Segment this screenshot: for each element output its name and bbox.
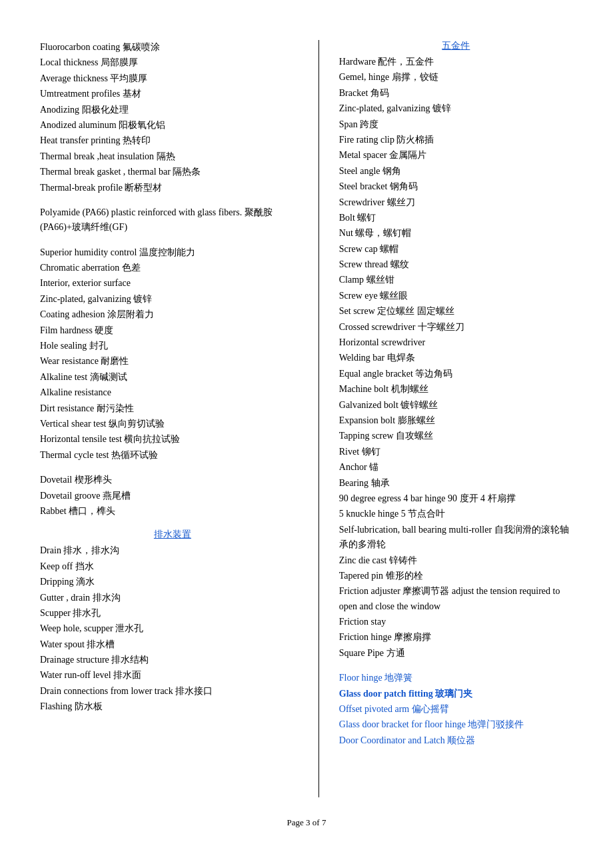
line-friction-adjuster: Friction adjuster 摩擦调节器 adjust the tensi… — [339, 584, 573, 614]
line-film-hardness: Film hardness 硬度 — [40, 323, 305, 338]
line-flashing: Flashing 防水板 — [40, 699, 305, 714]
line-metal-spacer: Metal spacer 金属隔片 — [339, 148, 573, 163]
line-thermal-break: Thermal break ,heat insulation 隔热 — [40, 149, 305, 164]
line-square-pipe: Square Pipe 方通 — [339, 646, 573, 661]
line-tapping-screw: Tapping screw 自攻螺丝 — [339, 429, 573, 443]
line-screw-cap: Screw cap 螺帽 — [339, 242, 573, 257]
line-horizontal-tensile: Horizontal tensile test 横向抗拉试验 — [40, 432, 305, 447]
line-floor-hinge: Floor hinge 地弹簧 — [339, 671, 573, 685]
line-umtreatment: Umtreatment profiles 基材 — [40, 87, 305, 101]
left-column: Fluorocarbon coating 氟碳喷涂 Local thicknes… — [40, 40, 319, 797]
line-weep-hole: Weep hole, scupper 泄水孔 — [40, 621, 305, 636]
line-90-degree: 90 degree egress 4 bar hinge 90 度开 4 杆扇撑 — [339, 491, 573, 506]
line-interior: Interior, exterior surface — [40, 276, 305, 291]
line-offset: Offset pivoted arm 偏心摇臂 — [339, 702, 573, 717]
line-friction-hinge: Friction hinge 摩擦扇撑 — [339, 630, 573, 645]
line-machine-bolt: Machine bolt 机制螺丝 — [339, 382, 573, 397]
line-zinc-die-cast: Zinc die cast 锌铸件 — [339, 553, 573, 568]
line-rivet: Rivet 铆钉 — [339, 445, 573, 459]
line-polyamide: Polyamide (PA66) plastic reinforced with… — [40, 205, 305, 235]
gap4 — [40, 519, 305, 529]
line-crossed-screwdriver: Crossed screwdriver 十字螺丝刀 — [339, 320, 573, 335]
line-average-thickness: Average thickness 平均膜厚 — [40, 71, 305, 86]
line-horizontal-screwdriver: Horizontal screwdriver — [339, 335, 573, 350]
line-clamp: Clamp 螺丝钳 — [339, 273, 573, 287]
line-equal-angle: Equal angle bracket 等边角码 — [339, 367, 573, 381]
right-column: 五金件 Hardware 配件，五金件 Gemel, hinge 扇撑，铰链 B… — [319, 40, 573, 797]
line-anodized: Anodized aluminum 阳极氧化铝 — [40, 118, 305, 133]
page-footer: Page 3 of 7 — [40, 817, 573, 828]
line-steel-angle: Steel angle 钢角 — [339, 164, 573, 179]
line-zinc-plated: Zinc-plated, galvanizing 镀锌 — [40, 292, 305, 307]
line-alkaline-resistance: Alkaline resistance — [40, 385, 305, 400]
page-container: Fluorocarbon coating 氟碳喷涂 Local thicknes… — [0, 0, 613, 868]
line-friction-stay: Friction stay — [339, 615, 573, 629]
line-hardware: Hardware 配件，五金件 — [339, 55, 573, 69]
line-drainage-structure: Drainage structure 排水结构 — [40, 653, 305, 667]
line-fire-rating: Fire rating clip 防火棉插 — [339, 133, 573, 147]
line-dripping: Dripping 滴水 — [40, 575, 305, 589]
line-screw-thread: Screw thread 螺纹 — [339, 257, 573, 272]
line-gutter: Gutter , drain 排水沟 — [40, 591, 305, 605]
line-set-screw: Set screw 定位螺丝 固定螺丝 — [339, 304, 573, 319]
line-gemel: Gemel, hinge 扇撑，铰链 — [339, 70, 573, 85]
columns-wrapper: Fluorocarbon coating 氟碳喷涂 Local thicknes… — [40, 40, 573, 797]
line-zinc-plated-r: Zinc-plated, galvanizing 镀锌 — [339, 101, 573, 116]
line-rabbet: Rabbet 槽口，榫头 — [40, 504, 305, 519]
line-alkaline-test: Alkaline test 滴碱测试 — [40, 370, 305, 385]
line-humidity: Superior humidity control 温度控制能力 — [40, 245, 305, 260]
line-heat-transfer: Heat transfer printing 热转印 — [40, 133, 305, 148]
line-span: Span 跨度 — [339, 117, 573, 132]
gap3 — [40, 463, 305, 473]
line-dovetail-groove: Dovetail groove 燕尾槽 — [40, 489, 305, 503]
line-dirt-resistance: Dirt resistance 耐污染性 — [40, 401, 305, 416]
right-gap1 — [339, 661, 573, 671]
gap1 — [40, 196, 305, 205]
line-drain: Drain 排水，排水沟 — [40, 543, 305, 558]
line-thermal-profile: Thermal-break profile 断桥型材 — [40, 181, 305, 195]
line-screwdriver: Screwdriver 螺丝刀 — [339, 195, 573, 210]
line-galvanized-bolt: Galvanized bolt 镀锌螺丝 — [339, 398, 573, 413]
line-hole-sealing: Hole sealing 封孔 — [40, 339, 305, 353]
line-bearing: Bearing 轴承 — [339, 476, 573, 491]
line-screw-eye: Screw eye 螺丝眼 — [339, 289, 573, 303]
line-bracket: Bracket 角码 — [339, 86, 573, 101]
line-self-lubrication: Self-lubrication, ball bearing multi-rol… — [339, 523, 573, 553]
line-scupper: Scupper 排水孔 — [40, 606, 305, 621]
line-keep-off: Keep off 挡水 — [40, 559, 305, 574]
line-water-runoff: Water run-off level 排水面 — [40, 668, 305, 683]
line-glass-bracket: Glass door bracket for floor hinge 地弹门驳接… — [339, 717, 573, 732]
line-steel-bracket: Steel bracket 钢角码 — [339, 179, 573, 194]
line-coating-adhesion: Coating adhesion 涂层附着力 — [40, 307, 305, 322]
line-welding-bar: Welding bar 电焊条 — [339, 351, 573, 365]
line-vertical-shear: Vertical shear test 纵向剪切试验 — [40, 417, 305, 431]
line-tapered-pin: Tapered pin 锥形的栓 — [339, 569, 573, 583]
line-drain-connections: Drain connections from lower track 排水接口 — [40, 684, 305, 699]
drain-heading: 排水装置 — [40, 529, 305, 541]
gap2 — [40, 236, 305, 245]
line-anodizing: Anodizing 阳极化处理 — [40, 103, 305, 117]
line-expansion-bolt: Expansion bolt 膨胀螺丝 — [339, 413, 573, 428]
line-anchor: Anchor 锚 — [339, 460, 573, 475]
line-glass-door: Glass door patch fitting 玻璃门夹 — [339, 687, 573, 701]
hardware-heading: 五金件 — [339, 40, 573, 52]
line-thermal-gasket: Thermal break gasket , thermal bar 隔热条 — [40, 165, 305, 179]
line-5-knuckle: 5 knuckle hinge 5 节点合叶 — [339, 507, 573, 521]
line-water-spout: Water spout 排水槽 — [40, 637, 305, 652]
line-door-coordinator: Door Coordinator and Latch 顺位器 — [339, 733, 573, 748]
line-nut: Nut 螺母，螺钉帽 — [339, 226, 573, 241]
line-thermal-cycle: Thermal cycle test 热循环试验 — [40, 448, 305, 463]
line-dovetail: Dovetail 楔形榫头 — [40, 473, 305, 487]
line-local-thickness: Local thickness 局部膜厚 — [40, 55, 305, 70]
line-chromatic: Chromatic aberration 色差 — [40, 261, 305, 275]
line-bolt: Bolt 螺钉 — [339, 211, 573, 225]
line-fluorocarbon: Fluorocarbon coating 氟碳喷涂 — [40, 40, 305, 55]
line-wear-resistance: Wear resistance 耐磨性 — [40, 354, 305, 369]
